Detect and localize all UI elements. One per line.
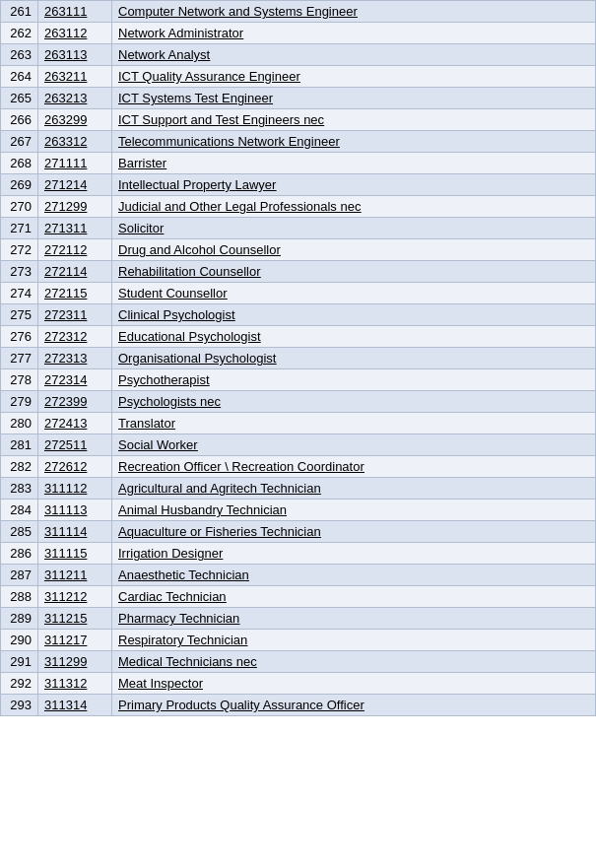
row-number: 268 <box>1 153 38 174</box>
occupation-code[interactable]: 311212 <box>38 586 112 608</box>
occupation-code[interactable]: 311211 <box>38 565 112 586</box>
table-row: 282272612Recreation Officer \ Recreation… <box>1 456 596 478</box>
occupation-title[interactable]: Organisational Psychologist <box>112 348 596 369</box>
occupation-code[interactable]: 263299 <box>38 109 112 131</box>
occupation-title[interactable]: Anaesthetic Technician <box>112 565 596 586</box>
occupation-title[interactable]: Rehabilitation Counsellor <box>112 261 596 283</box>
occupation-code[interactable]: 272511 <box>38 434 112 456</box>
occupation-code[interactable]: 263213 <box>38 88 112 109</box>
row-number: 279 <box>1 391 38 413</box>
occupation-code[interactable]: 311217 <box>38 630 112 651</box>
occupation-code[interactable]: 272399 <box>38 391 112 413</box>
row-number: 275 <box>1 304 38 326</box>
occupation-code[interactable]: 272612 <box>38 456 112 478</box>
occupation-code[interactable]: 271299 <box>38 196 112 218</box>
row-number: 269 <box>1 174 38 196</box>
occupation-code[interactable]: 311215 <box>38 608 112 630</box>
table-row: 272272112Drug and Alcohol Counsellor <box>1 239 596 261</box>
occupation-code[interactable]: 263112 <box>38 23 112 44</box>
occupation-title[interactable]: Network Administrator <box>112 23 596 44</box>
occupation-code[interactable]: 311314 <box>38 695 112 716</box>
row-number: 262 <box>1 23 38 44</box>
row-number: 283 <box>1 478 38 500</box>
occupation-title[interactable]: Aquaculture or Fisheries Technician <box>112 521 596 543</box>
table-row: 264263211ICT Quality Assurance Engineer <box>1 66 596 88</box>
table-row: 267263312Telecommunications Network Engi… <box>1 131 596 153</box>
occupation-title[interactable]: Recreation Officer \ Recreation Coordina… <box>112 456 596 478</box>
occupation-code[interactable]: 271111 <box>38 153 112 174</box>
occupation-title[interactable]: Psychotherapist <box>112 369 596 391</box>
row-number: 276 <box>1 326 38 348</box>
occupation-title[interactable]: Meat Inspector <box>112 673 596 695</box>
occupation-title[interactable]: ICT Quality Assurance Engineer <box>112 66 596 88</box>
row-number: 290 <box>1 630 38 651</box>
row-number: 284 <box>1 500 38 521</box>
row-number: 289 <box>1 608 38 630</box>
table-row: 263263113Network Analyst <box>1 44 596 66</box>
occupation-title[interactable]: Student Counsellor <box>112 283 596 304</box>
occupation-code[interactable]: 272115 <box>38 283 112 304</box>
occupation-code[interactable]: 311114 <box>38 521 112 543</box>
occupation-code[interactable]: 311299 <box>38 651 112 673</box>
occupation-code[interactable]: 263312 <box>38 131 112 153</box>
occupation-code[interactable]: 272314 <box>38 369 112 391</box>
occupation-title[interactable]: Irrigation Designer <box>112 543 596 565</box>
occupation-title[interactable]: Translator <box>112 413 596 434</box>
occupation-title[interactable]: ICT Systems Test Engineer <box>112 88 596 109</box>
occupation-title[interactable]: Animal Husbandry Technician <box>112 500 596 521</box>
occupation-title[interactable]: Agricultural and Agritech Technician <box>112 478 596 500</box>
occupation-code[interactable]: 272112 <box>38 239 112 261</box>
occupation-title[interactable]: Drug and Alcohol Counsellor <box>112 239 596 261</box>
row-number: 291 <box>1 651 38 673</box>
occupation-title[interactable]: Educational Psychologist <box>112 326 596 348</box>
occupation-code[interactable]: 263211 <box>38 66 112 88</box>
occupation-title[interactable]: Intellectual Property Lawyer <box>112 174 596 196</box>
row-number: 293 <box>1 695 38 716</box>
occupation-title[interactable]: Cardiac Technician <box>112 586 596 608</box>
table-row: 286311115Irrigation Designer <box>1 543 596 565</box>
row-number: 273 <box>1 261 38 283</box>
occupation-code[interactable]: 311112 <box>38 478 112 500</box>
occupation-code[interactable]: 272413 <box>38 413 112 434</box>
occupation-code[interactable]: 271214 <box>38 174 112 196</box>
row-number: 278 <box>1 369 38 391</box>
table-row: 262263112Network Administrator <box>1 23 596 44</box>
occupation-title[interactable]: Network Analyst <box>112 44 596 66</box>
row-number: 286 <box>1 543 38 565</box>
table-row: 278272314Psychotherapist <box>1 369 596 391</box>
table-row: 291311299Medical Technicians nec <box>1 651 596 673</box>
occupation-title[interactable]: Judicial and Other Legal Professionals n… <box>112 196 596 218</box>
occupation-code[interactable]: 311115 <box>38 543 112 565</box>
table-row: 274272115Student Counsellor <box>1 283 596 304</box>
occupation-code[interactable]: 263111 <box>38 1 112 23</box>
occupation-code[interactable]: 272311 <box>38 304 112 326</box>
occupation-code[interactable]: 311113 <box>38 500 112 521</box>
row-number: 261 <box>1 1 38 23</box>
occupation-title[interactable]: Barrister <box>112 153 596 174</box>
occupation-title[interactable]: Computer Network and Systems Engineer <box>112 1 596 23</box>
occupation-title[interactable]: Psychologists nec <box>112 391 596 413</box>
occupation-code[interactable]: 311312 <box>38 673 112 695</box>
occupation-title[interactable]: Solicitor <box>112 218 596 239</box>
occupation-code[interactable]: 263113 <box>38 44 112 66</box>
row-number: 271 <box>1 218 38 239</box>
occupation-code[interactable]: 272114 <box>38 261 112 283</box>
row-number: 264 <box>1 66 38 88</box>
table-row: 287311211Anaesthetic Technician <box>1 565 596 586</box>
occupation-title[interactable]: Medical Technicians nec <box>112 651 596 673</box>
occupation-title[interactable]: Primary Products Quality Assurance Offic… <box>112 695 596 716</box>
occupation-title[interactable]: ICT Support and Test Engineers nec <box>112 109 596 131</box>
occupation-code[interactable]: 272313 <box>38 348 112 369</box>
occupation-code[interactable]: 271311 <box>38 218 112 239</box>
occupation-code[interactable]: 272312 <box>38 326 112 348</box>
row-number: 287 <box>1 565 38 586</box>
occupation-title[interactable]: Telecommunications Network Engineer <box>112 131 596 153</box>
occupation-title[interactable]: Social Worker <box>112 434 596 456</box>
row-number: 272 <box>1 239 38 261</box>
occupation-title[interactable]: Respiratory Technician <box>112 630 596 651</box>
row-number: 263 <box>1 44 38 66</box>
table-row: 276272312Educational Psychologist <box>1 326 596 348</box>
occupation-title[interactable]: Pharmacy Technician <box>112 608 596 630</box>
table-row: 283311112Agricultural and Agritech Techn… <box>1 478 596 500</box>
occupation-title[interactable]: Clinical Psychologist <box>112 304 596 326</box>
